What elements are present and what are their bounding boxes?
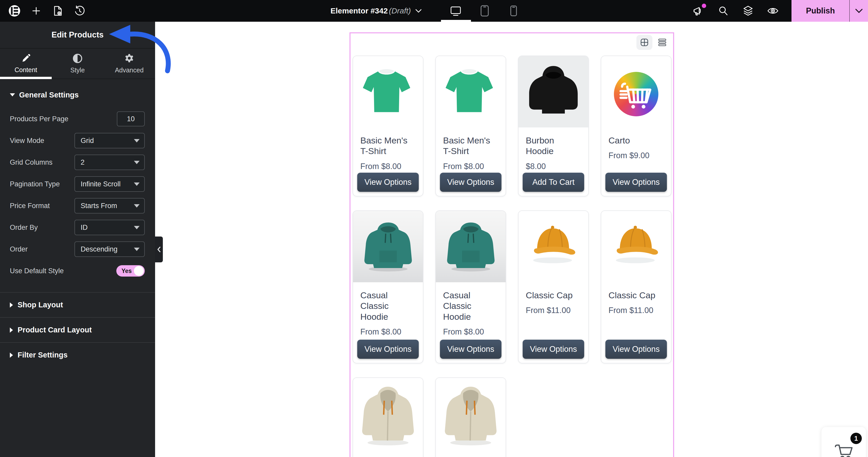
product-image-black-hoodie bbox=[519, 56, 588, 127]
finder-search-icon[interactable] bbox=[718, 5, 729, 17]
structure-layers-icon[interactable] bbox=[742, 5, 754, 17]
product-card[interactable]: Casual Classic Hoodie From $8.00 View Op… bbox=[435, 210, 506, 363]
pagination-type-select[interactable]: Infinite Scroll bbox=[74, 176, 145, 192]
product-card[interactable]: Casual Classic Hoodie From $8.00 View Op… bbox=[352, 210, 424, 363]
active-device-indicator bbox=[441, 20, 471, 22]
product-price: From $11.00 bbox=[519, 301, 588, 315]
general-settings-fields: Products Per Page 10 View Mode Grid Grid… bbox=[0, 104, 155, 282]
product-card[interactable]: Burbon Hoodie $8.00 Add To Cart bbox=[518, 56, 589, 196]
select-value: ID bbox=[81, 223, 88, 232]
editor-topbar: Elementor #342 (Draft) bbox=[0, 0, 868, 22]
select-value: Grid bbox=[81, 137, 94, 145]
view-options-button[interactable]: View Options bbox=[523, 340, 584, 359]
contrast-icon bbox=[73, 54, 83, 63]
product-card[interactable] bbox=[352, 377, 424, 457]
tab-content[interactable]: Content bbox=[0, 49, 52, 79]
products-widget-selected[interactable]: Basic Men's T-Shirt From $8.00 View Opti… bbox=[349, 32, 674, 457]
product-card[interactable] bbox=[435, 377, 506, 457]
section-title: Shop Layout bbox=[18, 301, 63, 309]
history-icon[interactable] bbox=[74, 5, 85, 17]
view-options-button[interactable]: View Options bbox=[440, 340, 501, 359]
caret-down-icon bbox=[134, 139, 140, 143]
field-products-per-page: Products Per Page 10 bbox=[0, 108, 155, 130]
section-general-settings[interactable]: General Settings bbox=[0, 79, 155, 104]
whats-new-megaphone-icon[interactable] bbox=[693, 5, 704, 17]
products-per-page-input[interactable]: 10 bbox=[117, 112, 145, 126]
device-mobile-icon[interactable] bbox=[508, 5, 519, 17]
section-shop-layout[interactable]: Shop Layout bbox=[0, 292, 155, 317]
publish-button[interactable]: Publish bbox=[792, 0, 849, 22]
product-card[interactable]: Carto From $9.00 View Options bbox=[601, 56, 672, 196]
tab-label: Content bbox=[14, 66, 37, 74]
product-title: Carto bbox=[601, 127, 671, 146]
view-options-button[interactable]: View Options bbox=[357, 173, 419, 192]
publish-options-chevron[interactable] bbox=[850, 0, 868, 22]
product-title: Burbon Hoodie bbox=[519, 127, 588, 157]
product-title: Classic Cap bbox=[519, 282, 588, 301]
cart-fab[interactable]: 1 bbox=[822, 427, 866, 457]
product-card[interactable]: Classic Cap From $11.00 View Options bbox=[518, 210, 589, 363]
tab-style[interactable]: Style bbox=[52, 49, 103, 79]
field-use-default-style: Use Default Style Yes bbox=[0, 260, 155, 282]
product-card[interactable]: Basic Men's T-Shirt From $8.00 View Opti… bbox=[352, 56, 424, 196]
view-options-button[interactable]: View Options bbox=[357, 340, 419, 359]
order-select[interactable]: Descending bbox=[74, 241, 145, 257]
product-price: From $8.00 bbox=[436, 322, 505, 337]
section-product-card-layout[interactable]: Product Card Layout bbox=[0, 317, 155, 342]
cart-count-badge: 1 bbox=[850, 433, 862, 444]
section-title: Product Card Layout bbox=[18, 326, 92, 334]
caret-down-icon bbox=[134, 226, 140, 229]
section-filter-settings[interactable]: Filter Settings bbox=[0, 342, 155, 367]
use-default-style-toggle[interactable]: Yes bbox=[116, 265, 145, 277]
caret-down-icon bbox=[134, 248, 140, 251]
order-by-select[interactable]: ID bbox=[74, 220, 145, 235]
list-view-icon[interactable] bbox=[656, 35, 669, 50]
add-new-icon[interactable] bbox=[31, 5, 42, 17]
product-image-orange-cap bbox=[601, 211, 671, 282]
preview-eye-icon[interactable] bbox=[767, 5, 779, 17]
grid-view-icon[interactable] bbox=[637, 35, 652, 50]
grid-columns-select[interactable]: 2 bbox=[74, 155, 145, 170]
product-grid: Basic Men's T-Shirt From $8.00 View Opti… bbox=[352, 56, 672, 457]
field-order-by: Order By ID bbox=[0, 217, 155, 238]
editor-canvas[interactable]: Basic Men's T-Shirt From $8.00 View Opti… bbox=[155, 22, 868, 457]
field-label: Order bbox=[10, 245, 28, 253]
select-value: 2 bbox=[81, 158, 85, 166]
add-to-cart-button[interactable]: Add To Cart bbox=[523, 173, 584, 192]
caret-down-icon bbox=[134, 204, 140, 208]
product-card[interactable]: Classic Cap From $11.00 View Options bbox=[601, 210, 672, 363]
view-mode-select[interactable]: Grid bbox=[74, 133, 145, 148]
active-tab-indicator bbox=[0, 77, 52, 79]
product-price: From $11.00 bbox=[601, 301, 671, 315]
product-title: Classic Cap bbox=[601, 282, 671, 301]
product-card[interactable]: Basic Men's T-Shirt From $8.00 View Opti… bbox=[435, 56, 506, 196]
product-image-green-tshirt bbox=[353, 56, 423, 127]
device-tablet-icon[interactable] bbox=[479, 5, 490, 17]
panel-header: Edit Products bbox=[0, 22, 155, 49]
document-status: (Draft) bbox=[389, 6, 411, 15]
panel-tabs: Content Style Advanced bbox=[0, 49, 155, 79]
view-options-button[interactable]: View Options bbox=[440, 173, 501, 192]
field-label: Use Default Style bbox=[10, 267, 64, 275]
product-title: Casual Classic Hoodie bbox=[353, 282, 423, 322]
select-value: Descending bbox=[81, 245, 118, 253]
product-price: From $8.00 bbox=[353, 157, 423, 171]
panel-collapse-handle[interactable] bbox=[155, 237, 163, 262]
caret-down-icon bbox=[134, 182, 140, 186]
section-title: Filter Settings bbox=[18, 351, 67, 359]
view-options-button[interactable]: View Options bbox=[606, 173, 667, 192]
product-title: Casual Classic Hoodie bbox=[436, 282, 505, 322]
view-options-button[interactable]: View Options bbox=[606, 340, 667, 359]
tab-advanced[interactable]: Advanced bbox=[103, 49, 155, 79]
chevron-left-icon bbox=[157, 247, 161, 252]
device-desktop-icon[interactable] bbox=[450, 5, 461, 17]
document-switcher[interactable]: Elementor #342 (Draft) bbox=[324, 0, 428, 22]
pencil-icon bbox=[21, 54, 31, 63]
field-view-mode: View Mode Grid bbox=[0, 130, 155, 151]
product-price: From $8.00 bbox=[436, 157, 505, 171]
price-format-select[interactable]: Starts From bbox=[74, 198, 145, 214]
elementor-settings-panel: Edit Products Content Style Advanced bbox=[0, 22, 155, 457]
elementor-logo[interactable] bbox=[9, 5, 20, 17]
toggle-label: Yes bbox=[116, 268, 132, 275]
page-settings-icon[interactable] bbox=[52, 5, 64, 17]
